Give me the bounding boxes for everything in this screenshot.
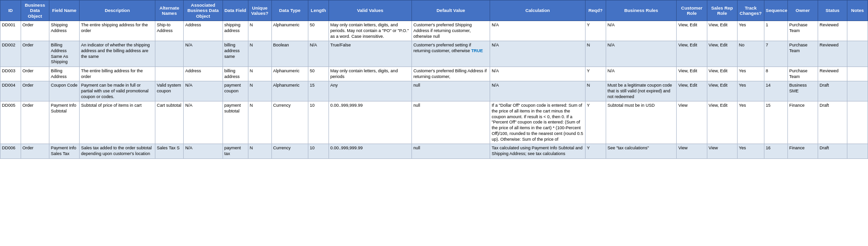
- table-cell: Business SME: [787, 81, 818, 101]
- table-row: DD006OrderPayment Info Sales TaxSales ta…: [0, 144, 868, 158]
- table-cell: Draft: [818, 144, 847, 158]
- table-cell: billing address: [223, 67, 248, 81]
- table-cell: Currency: [271, 144, 308, 158]
- table-cell: [155, 41, 184, 67]
- table-cell: Any: [328, 81, 411, 101]
- table-cell: N: [248, 21, 271, 41]
- table-cell: Y: [585, 144, 606, 158]
- header-default: Default Value: [412, 0, 490, 21]
- table-cell: billing address same: [223, 41, 248, 67]
- table-cell: [847, 144, 868, 158]
- table-cell: View: [677, 144, 707, 158]
- table-cell: Boolean: [271, 41, 308, 67]
- table-cell: Purchase Team: [787, 41, 818, 67]
- table-cell: N/A: [490, 21, 586, 41]
- table-cell: Payment Info Subtotal: [49, 101, 79, 144]
- table-cell: Currency: [271, 101, 308, 144]
- table-cell: DD003: [0, 67, 21, 81]
- table-cell: Payment Info Sales Tax: [49, 144, 79, 158]
- header-owner: Owner: [787, 0, 818, 21]
- header-field: Field Name: [49, 0, 79, 21]
- header-valid: Valid Values: [328, 0, 411, 21]
- table-cell: Draft: [818, 101, 847, 144]
- table-cell: Finance: [787, 144, 818, 158]
- table-cell: Coupon Code: [49, 81, 79, 101]
- table-cell: View, Edit: [677, 67, 707, 81]
- table-cell: Sales tax added to the order subtotal de…: [80, 144, 155, 158]
- table-cell: N/A: [308, 41, 329, 67]
- table-cell: Ship-to Address: [155, 21, 184, 41]
- table-cell: [847, 41, 868, 67]
- header-dtype: Data Type: [271, 0, 308, 21]
- header-track: Track Changes?: [737, 0, 764, 21]
- header-custrole: Customer Role: [677, 0, 707, 21]
- table-row: DD003OrderBilling AddressThe entire bill…: [0, 67, 868, 81]
- table-cell: Shipping Address: [49, 21, 79, 41]
- table-cell: [847, 101, 868, 144]
- table-cell: View, Edit: [677, 81, 707, 101]
- table-cell: Yes: [737, 144, 764, 158]
- table-cell: 50: [308, 67, 329, 81]
- table-cell: DD001: [0, 21, 21, 41]
- header-unique: Unique Values?: [248, 0, 271, 21]
- table-cell: Must be a legitimate coupon code that is…: [606, 81, 677, 101]
- table-cell: 0.00..999,999.99: [328, 144, 411, 158]
- table-row: DD005OrderPayment Info SubtotalSubtotal …: [0, 101, 868, 144]
- table-cell: Order: [21, 21, 49, 41]
- table-cell: Customer's preferred Shipping Address if…: [412, 21, 490, 41]
- table-cell: 8: [764, 67, 787, 81]
- table-cell: View, Edit: [707, 67, 737, 81]
- table-cell: N/A: [184, 81, 223, 101]
- table-cell: Billing Address: [49, 67, 79, 81]
- table-cell: Valid system coupon: [155, 81, 184, 101]
- table-cell: N: [248, 81, 271, 101]
- table-cell: May only contain letters, digits, and pe…: [328, 21, 411, 41]
- table-cell: Address: [184, 67, 223, 81]
- table-cell: Order: [21, 144, 49, 158]
- table-cell: Yes: [737, 67, 764, 81]
- table-cell: shipping address: [223, 21, 248, 41]
- table-cell: True/False: [328, 41, 411, 67]
- header-calc: Calculation: [490, 0, 586, 21]
- header-bdo: Business Data Object: [21, 0, 49, 21]
- table-cell: [847, 21, 868, 41]
- table-cell: May only contain letters, digits, and pe…: [328, 67, 411, 81]
- table-cell: 10: [308, 144, 329, 158]
- header-id: ID: [0, 0, 21, 21]
- header-desc: Description: [80, 0, 155, 21]
- table-cell: Order: [21, 81, 49, 101]
- table-body: DD001OrderShipping AddressThe entire shi…: [0, 21, 868, 158]
- table-cell: Yes: [737, 21, 764, 41]
- header-abdo: Associated Business Data Object: [184, 0, 223, 21]
- table-cell: Finance: [787, 101, 818, 144]
- header-status: Status: [818, 0, 847, 21]
- table-cell: Customer's preferred setting if returnin…: [412, 41, 490, 67]
- header-alt: Alternate Names: [155, 0, 184, 21]
- table-cell: Alphanumeric: [271, 21, 308, 41]
- table-cell: DD004: [0, 81, 21, 101]
- table-cell: Address: [184, 21, 223, 41]
- table-cell: Subtotal of price of items in cart: [80, 101, 155, 144]
- table-cell: Order: [21, 41, 49, 67]
- table-cell: N: [248, 67, 271, 81]
- table-cell: 7: [764, 41, 787, 67]
- table-cell: DD005: [0, 101, 21, 144]
- table-cell: Cart subtotal: [155, 101, 184, 144]
- table-row: DD004OrderCoupon CodePayment can be made…: [0, 81, 868, 101]
- table-cell: Alphanumeric: [271, 67, 308, 81]
- table-cell: N/A: [606, 41, 677, 67]
- table-cell: 15: [308, 81, 329, 101]
- table-cell: N: [248, 41, 271, 67]
- table-cell: The entire billing address for the order: [80, 67, 155, 81]
- table-cell: N: [585, 41, 606, 67]
- header-datafield: Data Field: [223, 0, 248, 21]
- table-cell: No: [737, 41, 764, 67]
- table-cell: Tax calculated using Payment Info Subtot…: [490, 144, 586, 158]
- header-notes: Notes: [847, 0, 868, 21]
- table-cell: View, Edit: [707, 41, 737, 67]
- table-cell: payment subtotal: [223, 101, 248, 144]
- table-cell: N: [248, 144, 271, 158]
- header-length: Length: [308, 0, 329, 21]
- table-cell: N/A: [184, 101, 223, 144]
- table-cell: N/A: [184, 144, 223, 158]
